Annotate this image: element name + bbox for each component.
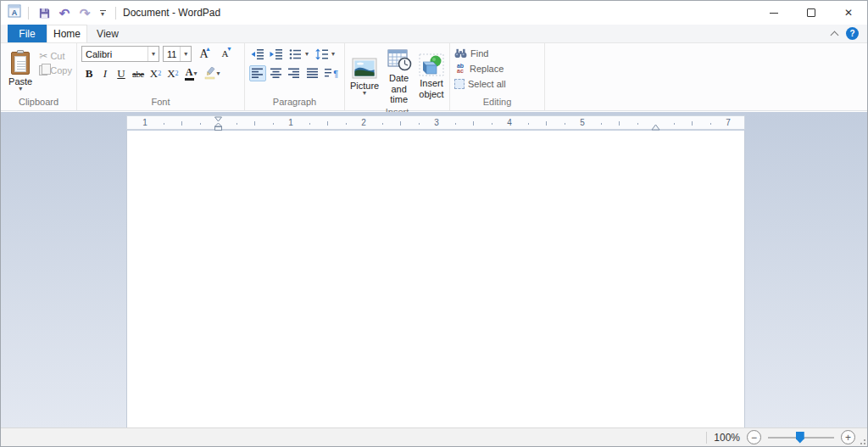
window-controls: ✕ xyxy=(755,1,867,25)
italic-button[interactable]: I xyxy=(97,65,113,81)
wordpad-app-icon[interactable]: A xyxy=(8,4,21,21)
subscript-button[interactable]: X2 xyxy=(147,65,164,81)
justify-icon xyxy=(307,68,319,79)
zoom-slider[interactable] xyxy=(768,431,834,444)
ruler-tick xyxy=(164,123,164,125)
tab-home[interactable]: Home xyxy=(47,25,87,42)
align-center-icon xyxy=(270,68,282,79)
font-color-icon: A xyxy=(185,67,194,81)
grow-font-button[interactable]: A▲ xyxy=(195,46,213,62)
plus-icon: + xyxy=(845,433,851,443)
group-label-clipboard: Clipboard xyxy=(1,96,76,110)
cut-icon: ✂ xyxy=(39,50,47,62)
chevron-down-icon: ▾ xyxy=(19,87,22,92)
select-all-button[interactable]: Select all xyxy=(454,76,540,91)
insert-datetime-button[interactable]: Date andtime xyxy=(383,46,415,106)
bold-button[interactable]: B xyxy=(81,65,97,81)
replace-button[interactable]: abac Replace xyxy=(454,61,540,75)
align-center-button[interactable] xyxy=(268,65,285,81)
group-font: Calibri ▾ 11 ▾ A▲ A▼ B I xyxy=(77,43,245,110)
save-icon xyxy=(38,7,51,20)
zoom-out-button[interactable]: − xyxy=(747,430,761,444)
ruler-tick xyxy=(309,123,310,125)
hanging-indent-marker xyxy=(215,123,222,126)
decrease-indent-icon xyxy=(251,48,264,60)
ruler-tick xyxy=(492,123,492,125)
zoom-slider-thumb[interactable] xyxy=(796,432,804,444)
chevron-down-icon: ▾ xyxy=(152,52,155,57)
ruler-number: 3 xyxy=(434,118,439,127)
align-left-icon xyxy=(252,68,264,79)
chevron-down-icon: ▾ xyxy=(184,52,187,57)
line-spacing-button[interactable] xyxy=(313,46,330,62)
font-size-combo[interactable]: 11 ▾ xyxy=(163,46,192,62)
ruler-tick xyxy=(400,121,401,126)
indent-markers[interactable] xyxy=(214,116,223,131)
ribbon-tabstrip: File Home View ? xyxy=(1,25,867,43)
date-time-icon xyxy=(387,48,412,71)
align-right-button[interactable] xyxy=(287,65,303,81)
document-page[interactable] xyxy=(126,131,745,427)
tab-view[interactable]: View xyxy=(87,25,128,42)
collapse-ribbon-button[interactable] xyxy=(831,31,839,37)
ruler: 1123457 xyxy=(126,115,745,130)
font-color-button[interactable]: A ▾ xyxy=(182,65,200,81)
minimize-button[interactable] xyxy=(755,1,793,25)
insert-picture-button[interactable]: Picture ▾ xyxy=(349,46,380,106)
align-left-button[interactable] xyxy=(249,65,266,81)
highlight-color-button[interactable]: ▾ xyxy=(201,65,223,81)
maximize-icon xyxy=(807,8,815,17)
paragraph-dialog-button[interactable]: ¶ xyxy=(323,65,340,81)
ruler-tick xyxy=(346,123,347,125)
cut-button[interactable]: ✂ Cut xyxy=(39,50,72,62)
group-clipboard: Paste ▾ ✂ Cut Copy Clipboard xyxy=(1,43,77,110)
paste-icon xyxy=(11,52,30,75)
ruler-tick xyxy=(455,123,456,125)
justify-button[interactable] xyxy=(304,65,321,81)
chevron-down-icon[interactable]: ▾ xyxy=(331,52,335,57)
font-family-combo[interactable]: Calibri ▾ xyxy=(81,46,159,62)
paste-button[interactable]: Paste ▾ xyxy=(5,46,36,96)
ruler-tick xyxy=(546,121,547,126)
zoom-in-button[interactable]: + xyxy=(841,430,855,444)
strikethrough-button[interactable]: abe xyxy=(130,65,147,81)
group-label-paragraph: Paragraph xyxy=(245,96,344,110)
bullet-list-icon xyxy=(289,48,301,60)
save-button[interactable] xyxy=(36,4,53,21)
chevron-down-icon[interactable]: ▾ xyxy=(305,52,309,57)
superscript-button[interactable]: X2 xyxy=(164,65,181,81)
list-button[interactable] xyxy=(287,46,303,62)
ruler-tick xyxy=(181,121,182,126)
shrink-font-button[interactable]: A▼ xyxy=(216,46,234,62)
pilcrow-icon: ¶ xyxy=(333,69,338,79)
insert-object-button[interactable]: Insertobject xyxy=(418,46,445,106)
statusbar: 100% − + xyxy=(1,427,867,446)
window-title: Document - WordPad xyxy=(123,7,220,19)
chevron-down-icon: ▾ xyxy=(217,71,220,76)
minimize-icon xyxy=(770,13,778,14)
customize-qat-button[interactable]: ▾ xyxy=(97,10,108,16)
decrease-indent-button[interactable] xyxy=(249,46,266,62)
right-indent-marker[interactable] xyxy=(651,124,660,131)
ruler-number: 2 xyxy=(361,118,366,127)
find-button[interactable]: Find xyxy=(454,46,540,60)
undo-button[interactable]: ↶ xyxy=(56,4,73,21)
redo-button[interactable]: ↷ xyxy=(76,4,93,21)
document-area: 1123457 xyxy=(1,112,867,427)
close-icon: ✕ xyxy=(844,7,853,19)
titlebar-separator xyxy=(28,7,29,20)
paragraph-lines-icon xyxy=(325,68,332,79)
increase-indent-button[interactable] xyxy=(268,46,285,62)
resize-grip[interactable] xyxy=(857,436,865,444)
underline-button[interactable]: U xyxy=(114,65,129,81)
copy-button[interactable]: Copy xyxy=(39,65,72,75)
maximize-button[interactable] xyxy=(793,1,830,25)
ruler-tick xyxy=(273,123,274,125)
close-button[interactable]: ✕ xyxy=(830,1,867,25)
help-button[interactable]: ? xyxy=(846,27,859,40)
group-editing: Find abac Replace Select all Editing xyxy=(450,43,545,110)
left-indent-marker xyxy=(215,127,222,131)
picture-icon xyxy=(352,58,377,79)
ruler-number: 1 xyxy=(142,118,147,127)
tab-file[interactable]: File xyxy=(8,25,47,42)
